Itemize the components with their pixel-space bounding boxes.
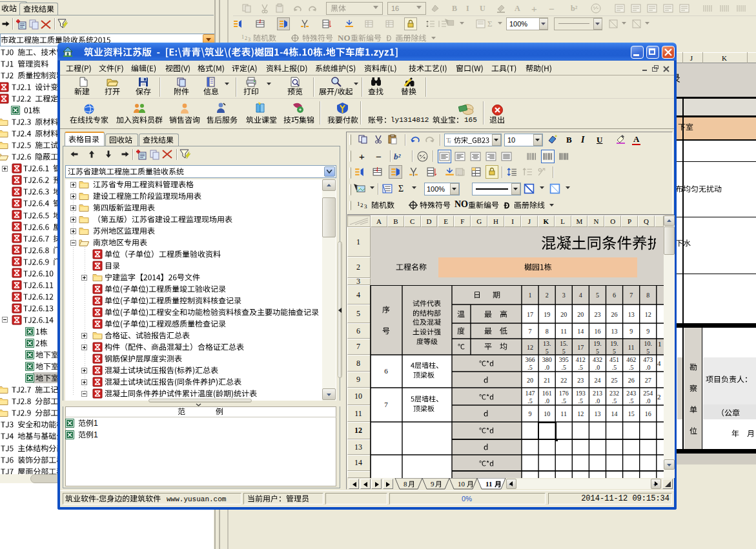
svg-text:2: 2 — [360, 202, 363, 208]
svg-text:2: 2 — [245, 35, 247, 41]
svg-text:r: r — [449, 138, 451, 144]
svg-text:1: 1 — [241, 34, 244, 40]
svg-text:3: 3 — [364, 203, 367, 209]
svg-text:1: 1 — [357, 201, 360, 207]
svg-text:3: 3 — [248, 37, 250, 42]
